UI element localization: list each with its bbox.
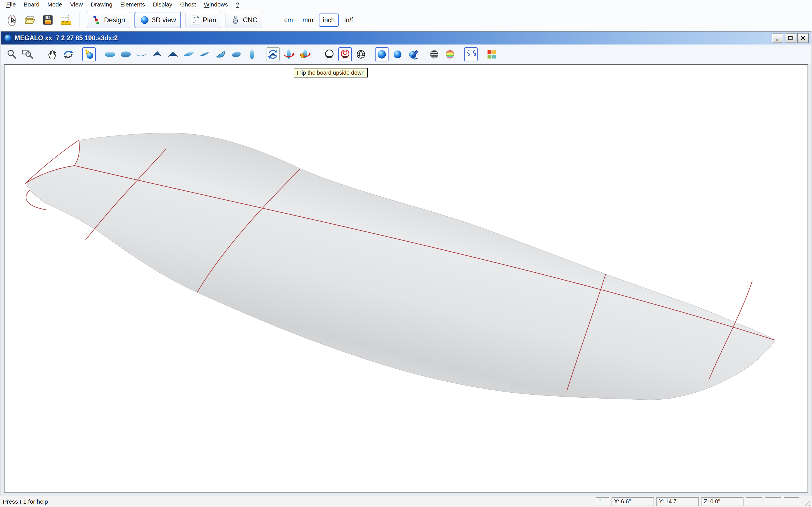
curvature-map-icon[interactable] [443, 47, 457, 61]
unit-in-f[interactable]: in/f [340, 13, 357, 27]
3d-viewport[interactable]: Flip the board upside down [4, 64, 808, 493]
unit-mm[interactable]: mm [299, 13, 317, 27]
texture-paint-icon[interactable] [407, 47, 420, 61]
menu-bar: FileBoardModeViewDrawingElementsDisplayG… [0, 0, 812, 9]
max-icon [787, 35, 794, 41]
zoom-window-icon[interactable] [21, 47, 35, 61]
rotate-3d-icon[interactable] [61, 47, 75, 61]
board-bottom-view-icon[interactable] [103, 47, 117, 61]
menu-item-board[interactable]: Board [20, 0, 43, 9]
board-perspective-icon[interactable] [230, 47, 243, 61]
menu-item-windows[interactable]: Windows [200, 0, 232, 9]
menu-item-drawing[interactable]: Drawing [87, 0, 116, 9]
status-panel-y: Y: 14.7" [656, 497, 699, 506]
unit-selector: cmmminchin/f [280, 13, 357, 27]
flip-nose-tail-icon[interactable] [298, 47, 311, 61]
save-icon[interactable] [40, 12, 56, 28]
pan-hand-icon[interactable] [46, 47, 59, 61]
flip-upside-down-icon[interactable] [266, 47, 280, 61]
resize-grip-icon[interactable] [803, 499, 810, 506]
status-panel-z: Z: 0.0" [701, 497, 744, 506]
symmetry-check-icon[interactable] [464, 47, 477, 61]
status-panel-x: X: 6.6" [612, 497, 654, 506]
zebra-stripes-icon[interactable] [427, 47, 441, 61]
board-rocker-view-icon[interactable] [135, 47, 148, 61]
status-panel-help: " [596, 497, 609, 506]
3d-view-mode-button[interactable]: 3D view [135, 12, 181, 28]
unit-cm[interactable]: cm [280, 13, 297, 27]
tooltip: Flip the board upside down [294, 68, 368, 77]
document-window: MEGALO xx 7 2 27 85 190.s3dx:2 [1, 31, 811, 496]
board-rail-view-2-icon[interactable] [198, 47, 211, 61]
plan-mode-button[interactable]: Plan [186, 12, 221, 28]
status-panel-empty [746, 497, 762, 506]
coordinate-panels: "X: 6.6"Y: 14.7"Z: 0.0" [596, 497, 799, 506]
color-settings-icon[interactable] [485, 47, 499, 61]
menu-item-help[interactable]: ? [232, 0, 243, 9]
board-rail-wedge-icon[interactable] [214, 47, 227, 61]
board-section-view-icon[interactable] [151, 47, 164, 61]
main-toolbar: Design3D viewPlanCNCcmmminchin/f [0, 9, 812, 31]
maximize-button[interactable] [784, 33, 796, 43]
view-toolbar [1, 45, 811, 64]
document-icon [3, 34, 12, 43]
render-smooth-icon[interactable] [391, 47, 404, 61]
surfboard-body [26, 133, 775, 400]
document-title-bar[interactable]: MEGALO xx 7 2 27 85 190.s3dx:2 [1, 32, 811, 45]
render-solid-icon[interactable] [375, 47, 389, 61]
client-area: Flip the board upside down [1, 64, 811, 496]
status-bar: Press F1 for help "X: 6.6"Y: 14.7"Z: 0.0… [0, 496, 812, 507]
window-controls [772, 33, 811, 43]
status-panel-empty [765, 497, 781, 506]
wireframe-circle-icon[interactable] [322, 47, 336, 61]
open-folder-icon[interactable] [22, 12, 38, 28]
toolbar-separator [80, 12, 80, 27]
menu-item-display[interactable]: Display [149, 0, 176, 9]
status-panel-empty [784, 497, 799, 506]
measure-icon[interactable] [58, 12, 74, 28]
cnc-mode-button[interactable]: CNC [225, 12, 262, 28]
status-help-text: Press F1 for help [3, 498, 48, 505]
unit-inch[interactable]: inch [319, 13, 339, 27]
menu-item-elements[interactable]: Elements [116, 0, 149, 9]
lighting-icon[interactable] [82, 47, 96, 61]
board-section-dark-icon[interactable] [166, 47, 180, 61]
board-rail-view-icon[interactable] [182, 47, 196, 61]
wireframe-globe-icon[interactable] [354, 47, 368, 61]
minimize-button[interactable] [772, 33, 783, 43]
close-icon [800, 35, 806, 41]
design-mode-button[interactable]: Design [87, 12, 130, 28]
zoom-icon[interactable] [5, 47, 18, 61]
surfboard-3d-render [4, 65, 808, 492]
min-icon [774, 35, 781, 41]
wireframe-circle-red-icon[interactable] [338, 47, 352, 61]
menu-item-view[interactable]: View [66, 0, 87, 9]
new-board-wizard-icon[interactable] [4, 12, 20, 28]
menu-item-mode[interactable]: Mode [43, 0, 66, 9]
board-top-outline-icon[interactable] [245, 47, 259, 61]
board-bottom-dark-icon[interactable] [119, 47, 133, 61]
document-title: MEGALO xx 7 2 27 85 190.s3dx:2 [15, 34, 118, 42]
application-window: FileBoardModeViewDrawingElementsDisplayG… [0, 0, 812, 507]
close-button[interactable] [797, 33, 809, 43]
menu-item-ghost[interactable]: Ghost [176, 0, 200, 9]
menu-item-file[interactable]: File [2, 0, 20, 9]
rotate-board-horizontal-icon[interactable] [282, 47, 296, 61]
